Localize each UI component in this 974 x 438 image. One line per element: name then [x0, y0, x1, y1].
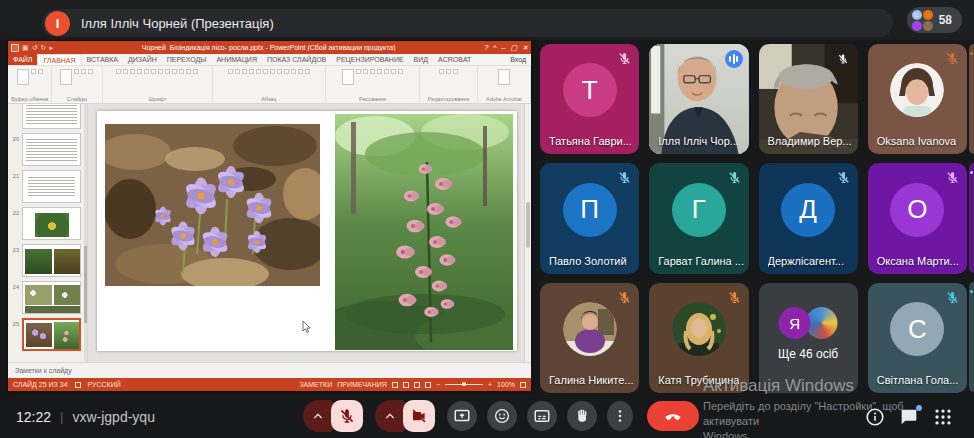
- tab-acrobat[interactable]: ACROBAT: [433, 54, 476, 65]
- shared-powerpoint-window: ▣ ↺ ↻ ▸ Чорней_Біоіндикація лісо- росли.…: [8, 41, 531, 391]
- thumbnail-slide-19[interactable]: 19: [11, 104, 81, 129]
- close-icon[interactable]: ✕: [522, 44, 528, 52]
- tile-vladimir[interactable]: Владимир Вер...: [759, 44, 858, 154]
- chat-button[interactable]: [898, 406, 920, 428]
- language-indicator[interactable]: РУССКИЙ: [88, 381, 121, 388]
- ribbon-group-acrobat[interactable]: Adobe Acrobat: [478, 66, 531, 103]
- avatar: П: [563, 183, 617, 237]
- zoom-in-icon[interactable]: +: [488, 381, 492, 388]
- participant-name: Oksana Ivanova: [877, 135, 957, 147]
- lily-photo[interactable]: [335, 114, 513, 350]
- tile-pavlo[interactable]: П Павло Золотий: [540, 163, 639, 273]
- tab-design[interactable]: ДИЗАЙН: [123, 54, 162, 65]
- meeting-info-button[interactable]: [864, 406, 886, 428]
- ribbon-group-font[interactable]: Шрифт: [103, 66, 213, 103]
- slideshow-icon[interactable]: ▸: [49, 44, 53, 52]
- zoom-slider[interactable]: [445, 384, 483, 385]
- tile-halyna-nykyte[interactable]: Галина Никите...: [540, 283, 639, 393]
- zoom-out-icon[interactable]: −: [436, 381, 440, 388]
- thumbnail-slide-23[interactable]: 23: [11, 244, 81, 277]
- presenter-label: Ілля Ілліч Чорней (Презентація): [81, 16, 274, 31]
- end-call-button[interactable]: [647, 401, 699, 431]
- thumbnail-slide-22[interactable]: 22: [11, 207, 81, 240]
- raise-hand-button[interactable]: [567, 401, 597, 431]
- mini-avatar-cluster: C: [912, 10, 933, 31]
- more-options-button[interactable]: [607, 401, 633, 431]
- tab-review[interactable]: РЕЦЕНЗИРОВАНИЕ: [331, 54, 408, 65]
- tile-derzhlisagentstvo[interactable]: Д Держлісагент...: [759, 163, 858, 273]
- present-button[interactable]: [447, 401, 477, 431]
- ribbon-group-paragraph[interactable]: Абзац: [213, 66, 327, 103]
- notes-toggle[interactable]: ЗАМЕТКИ: [299, 381, 332, 388]
- clipped-tile: [969, 163, 974, 273]
- help-icon[interactable]: ?: [484, 44, 488, 52]
- tile-harvat-halyna[interactable]: Г Гарват Галина ...: [649, 163, 748, 273]
- avatar: Я: [779, 307, 811, 339]
- restore-icon[interactable]: ▢: [511, 44, 518, 52]
- avatar-photo: [563, 302, 617, 356]
- ribbon-options-icon[interactable]: ^: [493, 44, 496, 52]
- tile-oksana-ivanova[interactable]: Oksana Ivanova: [868, 44, 967, 154]
- presenter-avatar: І: [45, 11, 70, 36]
- save-icon[interactable]: ▣: [22, 44, 29, 52]
- participant-count: 58: [939, 13, 952, 27]
- mic-off-icon: [617, 170, 632, 185]
- participants-chip[interactable]: C 58: [907, 7, 962, 33]
- zoom-level[interactable]: 100%: [497, 381, 515, 388]
- sign-in-link[interactable]: Вход: [510, 54, 531, 65]
- ppt-quick-access-toolbar[interactable]: ▣ ↺ ↻ ▸: [11, 44, 53, 52]
- speaking-indicator-icon: [725, 50, 743, 68]
- participant-name: Галина Никите...: [549, 374, 634, 386]
- tile-illia-presenter[interactable]: Ілля Ілліч Чор...: [649, 44, 748, 154]
- tab-file[interactable]: ФАЙЛ: [8, 54, 37, 65]
- tile-oksana-marty[interactable]: О Оксана Марти...: [868, 163, 967, 273]
- mic-off-button[interactable]: [331, 400, 363, 432]
- thumbnail-slide-20[interactable]: 20: [11, 133, 81, 166]
- slide-vertical-scrollbar[interactable]: [524, 104, 531, 362]
- redo-icon[interactable]: ↻: [41, 44, 47, 52]
- normal-view-icon[interactable]: [392, 382, 398, 388]
- activities-button[interactable]: [932, 406, 954, 428]
- avatar-photo: [672, 302, 726, 356]
- tab-insert[interactable]: ВСТАВКА: [82, 54, 123, 65]
- ribbon-group-editing[interactable]: Редактирование: [420, 66, 478, 103]
- ribbon-group-drawing[interactable]: Рисование: [326, 66, 420, 103]
- camera-options-chevron-icon[interactable]: [375, 400, 405, 432]
- presentation-banner[interactable]: І Ілля Ілліч Чорней (Презентація): [42, 9, 893, 37]
- tab-home[interactable]: ГЛАВНАЯ: [37, 54, 81, 65]
- camera-off-button[interactable]: [403, 400, 435, 432]
- slide-editing-area[interactable]: [88, 104, 531, 362]
- ppt-ribbon-tabs: ФАЙЛ ГЛАВНАЯ ВСТАВКА ДИЗАЙН ПЕРЕХОДЫ АНИ…: [8, 54, 531, 66]
- crocus-photo[interactable]: [105, 124, 320, 286]
- thumbnail-slide-24[interactable]: 24: [11, 281, 81, 314]
- ribbon-group-slides[interactable]: Слайды: [52, 66, 103, 103]
- thumbnail-slide-21[interactable]: 21: [11, 170, 81, 203]
- tab-animations[interactable]: АНИМАЦИЯ: [211, 54, 262, 65]
- clipped-tile: [969, 282, 974, 392]
- reactions-button[interactable]: [487, 401, 517, 431]
- tab-view[interactable]: ВИД: [409, 54, 433, 65]
- tab-slideshow[interactable]: ПОКАЗ СЛАЙДОВ: [262, 54, 331, 65]
- mic-off-icon: [727, 170, 742, 185]
- mic-options-chevron-icon[interactable]: [303, 400, 333, 432]
- fit-slide-icon[interactable]: [520, 382, 526, 388]
- mini-avatar: [923, 10, 933, 20]
- undo-icon[interactable]: ↺: [32, 44, 38, 52]
- spellcheck-icon: [75, 382, 81, 388]
- avatar: О: [890, 183, 944, 237]
- reading-view-icon[interactable]: [414, 382, 420, 388]
- tile-tatyana[interactable]: Т Татьяна Гаври...: [540, 44, 639, 154]
- ribbon-group-clipboard[interactable]: Буфер обмена: [8, 66, 52, 103]
- slide-sorter-icon[interactable]: [403, 382, 409, 388]
- captions-button[interactable]: [527, 401, 557, 431]
- slideshow-view-icon[interactable]: [425, 382, 431, 388]
- tile-svitlana[interactable]: С Світлана Гола...: [868, 283, 967, 393]
- slide-thumbnail-panel[interactable]: 19 20 21 22 23: [8, 104, 88, 362]
- thumbnail-scrollbar[interactable]: [84, 104, 87, 362]
- tab-transitions[interactable]: ПЕРЕХОДЫ: [162, 54, 212, 65]
- notes-pane[interactable]: Заметки к слайду: [8, 362, 531, 378]
- minimize-icon[interactable]: –: [502, 44, 506, 52]
- thumbnail-slide-25-selected[interactable]: 25: [11, 318, 81, 351]
- comments-toggle[interactable]: ПРИМЕЧАНИЯ: [337, 381, 387, 388]
- current-slide-canvas[interactable]: [97, 111, 517, 351]
